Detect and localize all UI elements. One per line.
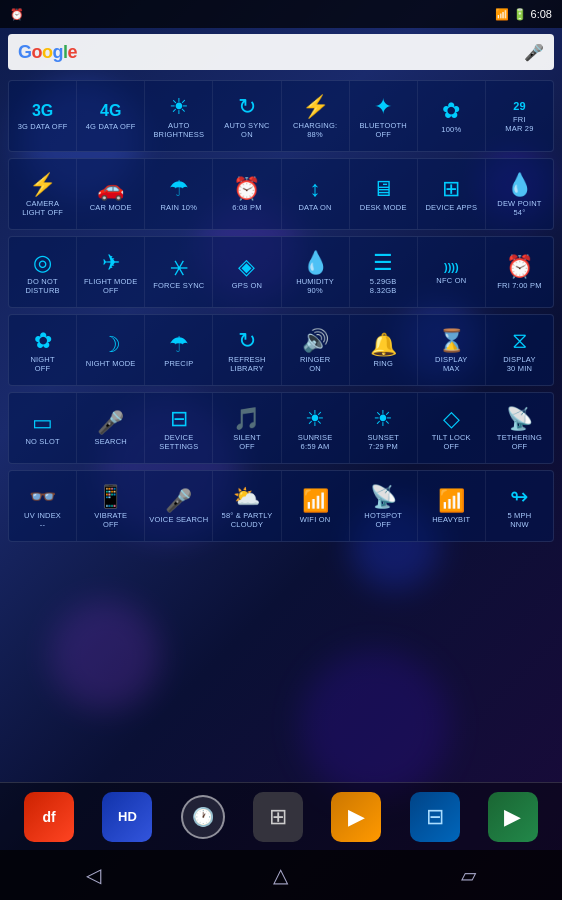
battery-icon: 🔋 xyxy=(513,8,527,21)
cell-night-mode[interactable]: ☽NIGHT MODE xyxy=(77,315,145,385)
cell-auto-sync[interactable]: ↻AUTO SYNC ON xyxy=(213,81,281,151)
cell-vibrate[interactable]: 📱VIBRATE OFF xyxy=(77,471,145,541)
widget-row-3: ◎DO NOT DISTURB✈FLIGHT MODE OFF⚹FORCE SY… xyxy=(8,236,554,308)
cell-heavybit[interactable]: 📶HEAVYBIT xyxy=(418,471,486,541)
cell-uv-index[interactable]: 👓UV INDEX -- xyxy=(9,471,77,541)
recent-button[interactable]: ▱ xyxy=(441,855,496,895)
app-dock: df HD 🕐 ⊞ ▶ ⊟ ▶ xyxy=(0,782,562,850)
cell-humidity[interactable]: 💧HUMIDITY 90% xyxy=(282,237,350,307)
cell-refresh-library[interactable]: ↻REFRESH LIBRARY xyxy=(213,315,281,385)
cell-gps[interactable]: ◈GPS ON xyxy=(213,237,281,307)
alarm-icon: ⏰ xyxy=(10,8,24,21)
cell-auto-brightness[interactable]: ☀AUTO BRIGHTNESS xyxy=(145,81,213,151)
cell-4g[interactable]: 4G4G DATA OFF xyxy=(77,81,145,151)
dock-plex-app[interactable]: ▶ xyxy=(331,792,381,842)
icon-calendar: 29 xyxy=(513,101,525,112)
icon-weather: ⛅ xyxy=(233,486,260,508)
label-tilt-lock: TILT LOCK OFF xyxy=(432,433,471,451)
label-tethering: TETHERING OFF xyxy=(497,433,542,451)
cell-ringer-on[interactable]: 🔊RINGER ON xyxy=(282,315,350,385)
cell-no-slot[interactable]: ▭NO SLOT xyxy=(9,393,77,463)
icon-desk-mode: 🖥 xyxy=(372,178,394,200)
nav-bar: ◁ △ ▱ xyxy=(0,850,562,900)
cell-weather[interactable]: ⛅58° & PARTLY CLOUDY xyxy=(213,471,281,541)
cell-charging[interactable]: ⚡CHARGING: 88% xyxy=(282,81,350,151)
cell-calendar[interactable]: 29FRI MAR 29 xyxy=(486,81,553,151)
label-4g: 4G DATA OFF xyxy=(86,122,136,131)
cell-device-apps[interactable]: ⊞DEVICE APPS xyxy=(418,159,486,229)
cell-ring[interactable]: 🔔RING xyxy=(350,315,418,385)
icon-3g: 3G xyxy=(32,103,53,119)
cell-camera-light[interactable]: ⚡CAMERA LIGHT OFF xyxy=(9,159,77,229)
cell-time-display[interactable]: ⏰6:08 PM xyxy=(213,159,281,229)
home-button[interactable]: △ xyxy=(253,855,308,895)
label-no-slot: NO SLOT xyxy=(25,437,59,446)
label-alarm-time: FRI 7:00 PM xyxy=(497,281,541,290)
cell-bluetooth[interactable]: ✦BLUETOOTH OFF xyxy=(350,81,418,151)
icon-time-display: ⏰ xyxy=(233,178,260,200)
cell-sunrise[interactable]: ☀SUNRISE 6:59 AM xyxy=(282,393,350,463)
cell-nfc[interactable]: ))))NFC ON xyxy=(418,237,486,307)
label-device-settings: DEVICE SETTINGS xyxy=(159,433,198,451)
label-ringer-on: RINGER ON xyxy=(300,355,330,373)
dock-df-app[interactable]: df xyxy=(24,792,74,842)
label-dew-point: DEW POINT 54° xyxy=(497,199,541,217)
cell-car-mode[interactable]: 🚗CAR MODE xyxy=(77,159,145,229)
mic-icon[interactable]: 🎤 xyxy=(524,43,544,62)
cell-device-settings[interactable]: ⊟DEVICE SETTINGS xyxy=(145,393,213,463)
google-search-bar[interactable]: Google 🎤 xyxy=(8,34,554,70)
icon-nfc: )))) xyxy=(444,262,459,273)
cell-voice-search[interactable]: 🎤VOICE SEARCH xyxy=(145,471,213,541)
cell-night-off[interactable]: ✿NIGHT OFF xyxy=(9,315,77,385)
cell-hotspot[interactable]: 📡HOTSPOT OFF xyxy=(350,471,418,541)
label-nfc: NFC ON xyxy=(436,276,466,285)
cell-data-on[interactable]: ↕DATA ON xyxy=(282,159,350,229)
cell-silent[interactable]: 🎵SILENT OFF xyxy=(213,393,281,463)
cell-tilt-lock[interactable]: ◇TILT LOCK OFF xyxy=(418,393,486,463)
cell-precip[interactable]: ☂PRECIP xyxy=(145,315,213,385)
label-sunrise: SUNRISE 6:59 AM xyxy=(298,433,333,451)
dock-apps-app[interactable]: ⊞ xyxy=(253,792,303,842)
cell-flight-mode[interactable]: ✈FLIGHT MODE OFF xyxy=(77,237,145,307)
cell-force-sync[interactable]: ⚹FORCE SYNC xyxy=(145,237,213,307)
dock-hd-app[interactable]: HD xyxy=(102,792,152,842)
label-charging: CHARGING: 88% xyxy=(293,121,337,139)
cell-desk-mode[interactable]: 🖥DESK MODE xyxy=(350,159,418,229)
cell-wifi-on[interactable]: 📶WIFI ON xyxy=(282,471,350,541)
label-device-apps: DEVICE APPS xyxy=(425,203,477,212)
google-logo: Google xyxy=(18,42,524,63)
back-button[interactable]: ◁ xyxy=(66,855,121,895)
label-weather: 58° & PARTLY CLOUDY xyxy=(222,511,273,529)
icon-car-mode: 🚗 xyxy=(97,178,124,200)
cell-alarm-time[interactable]: ⏰FRI 7:00 PM xyxy=(486,237,553,307)
icon-dew-point: 💧 xyxy=(506,174,533,196)
dock-settings-app[interactable]: ⊟ xyxy=(410,792,460,842)
label-car-mode: CAR MODE xyxy=(90,203,132,212)
cell-brightness-pct[interactable]: ✿100% xyxy=(418,81,486,151)
icon-wind: ↬ xyxy=(510,486,528,508)
label-storage: 5.29GB 8.32GB xyxy=(370,277,397,295)
icon-silent: 🎵 xyxy=(233,408,260,430)
icon-wifi-on: 📶 xyxy=(302,490,329,512)
label-uv-index: UV INDEX -- xyxy=(24,511,61,529)
wifi-icon: 📶 xyxy=(495,8,509,21)
cell-display-30[interactable]: ⧖DISPLAY 30 MIN xyxy=(486,315,553,385)
label-display-max: DISPLAY MAX xyxy=(435,355,468,373)
cell-do-not-disturb[interactable]: ◎DO NOT DISTURB xyxy=(9,237,77,307)
cell-display-max[interactable]: ⌛DISPLAY MAX xyxy=(418,315,486,385)
cell-wind[interactable]: ↬5 MPH NNW xyxy=(486,471,553,541)
cell-rain[interactable]: ☂RAIN 10% xyxy=(145,159,213,229)
label-wifi-on: WIFI ON xyxy=(300,515,331,524)
icon-flight-mode: ✈ xyxy=(102,252,120,274)
icon-tilt-lock: ◇ xyxy=(443,408,460,430)
cell-storage[interactable]: ☰5.29GB 8.32GB xyxy=(350,237,418,307)
dock-clock-app[interactable]: 🕐 xyxy=(181,795,225,839)
icon-data-on: ↕ xyxy=(310,178,321,200)
cell-tethering[interactable]: 📡TETHERING OFF xyxy=(486,393,553,463)
cell-3g[interactable]: 3G3G DATA OFF xyxy=(9,81,77,151)
dock-play-app[interactable]: ▶ xyxy=(488,792,538,842)
cell-sunset[interactable]: ☀SUNSET 7:29 PM xyxy=(350,393,418,463)
cell-dew-point[interactable]: 💧DEW POINT 54° xyxy=(486,159,553,229)
icon-4g: 4G xyxy=(100,103,121,119)
cell-search[interactable]: 🎤SEARCH xyxy=(77,393,145,463)
